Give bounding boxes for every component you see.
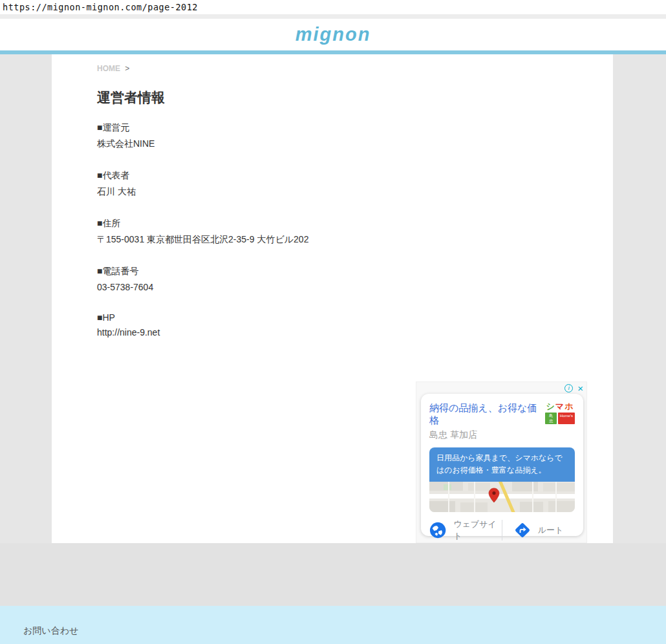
logo-block-homes: Home's <box>558 413 575 424</box>
route-button-label: ルート <box>538 524 564 536</box>
info-label: ■運営元 <box>97 122 613 134</box>
site-header: mignon <box>0 19 666 50</box>
advertiser-logo-blocks: 島忠 Home's <box>545 413 575 424</box>
right-gutter <box>613 54 666 543</box>
website-button-label: ウェブサイト <box>453 519 502 542</box>
info-label: ■住所 <box>97 218 613 230</box>
logo-block-shimachu: 島忠 <box>545 413 557 424</box>
info-group-hp: ■HP http://nine-9.net <box>97 312 613 338</box>
logo-char: マ <box>555 402 564 411</box>
breadcrumb: HOME > <box>97 64 613 73</box>
main-content: HOME > 運営者情報 ■運営元 株式会社NINE ■代表者 石川 大祐 ■住… <box>52 54 613 543</box>
info-group-address: ■住所 〒155-0031 東京都世田谷区北沢2-35-9 大竹ビル202 <box>97 218 613 246</box>
ad-close-icon[interactable]: × <box>577 384 583 392</box>
logo-char: ホ <box>564 402 574 411</box>
info-value: 株式会社NINE <box>97 138 613 150</box>
ad-title-link[interactable]: 納得の品揃え、お得な価格 <box>429 402 541 427</box>
site-logo[interactable]: mignon <box>295 24 371 45</box>
info-group-representative: ■代表者 石川 大祐 <box>97 170 613 198</box>
ad-frame: i × 納得の品揃え、お得な価格 シマホ 島忠 Home's <box>416 381 587 543</box>
ad-card: 納得の品揃え、お得な価格 シマホ 島忠 Home's 島忠 草加店 日用品から家… <box>421 394 583 536</box>
ad-buttons-row: ウェブサイト ルート <box>429 519 575 542</box>
url-bar[interactable]: https://mignon-mignon.com/page-2012 <box>0 0 666 14</box>
logo-char: シ <box>546 402 555 411</box>
ad-head: 納得の品揃え、お得な価格 シマホ 島忠 Home's <box>429 402 575 427</box>
advertiser-logo-text: シマホ <box>545 402 575 411</box>
info-value: 〒155-0031 東京都世田谷区北沢2-35-9 大竹ビル202 <box>97 234 613 246</box>
main-wrapper: HOME > 運営者情報 ■運営元 株式会社NINE ■代表者 石川 大祐 ■住… <box>0 54 666 543</box>
ad-advertiser-name: 島忠 草加店 <box>429 429 575 441</box>
browser-chrome-strip <box>0 14 666 19</box>
ad-map[interactable] <box>429 482 575 512</box>
footer: お問い合わせ <box>0 606 666 644</box>
breadcrumb-home-link[interactable]: HOME <box>97 64 120 73</box>
left-gutter <box>0 54 52 543</box>
directions-icon <box>514 522 531 539</box>
operator-info-list: ■運営元 株式会社NINE ■代表者 石川 大祐 ■住所 〒155-0031 東… <box>97 122 613 338</box>
info-value: 石川 大祐 <box>97 186 613 198</box>
ad-controls: i × <box>564 384 583 392</box>
globe-icon <box>429 521 446 539</box>
route-button[interactable]: ルート <box>502 522 575 539</box>
info-label: ■電話番号 <box>97 266 613 277</box>
ad-description-box[interactable]: 日用品から家具まで、シマホならではのお得価格・豊富な品揃え。 <box>429 447 575 482</box>
website-button[interactable]: ウェブサイト <box>429 519 502 542</box>
breadcrumb-separator: > <box>125 64 129 73</box>
info-label: ■代表者 <box>97 170 613 182</box>
map-image <box>429 482 575 512</box>
info-group-operator: ■運営元 株式会社NINE <box>97 122 613 150</box>
info-value: http://nine-9.net <box>97 327 613 338</box>
bottom-gray-band <box>0 543 666 606</box>
info-value: 03-5738-7604 <box>97 282 613 292</box>
info-label: ■HP <box>97 312 613 323</box>
info-group-phone: ■電話番号 03-5738-7604 <box>97 266 613 292</box>
page-title: 運営者情報 <box>97 89 613 107</box>
ad-info-icon[interactable]: i <box>564 384 573 392</box>
contact-link[interactable]: お問い合わせ <box>23 625 78 637</box>
advertiser-logo: シマホ 島忠 Home's <box>545 402 575 427</box>
